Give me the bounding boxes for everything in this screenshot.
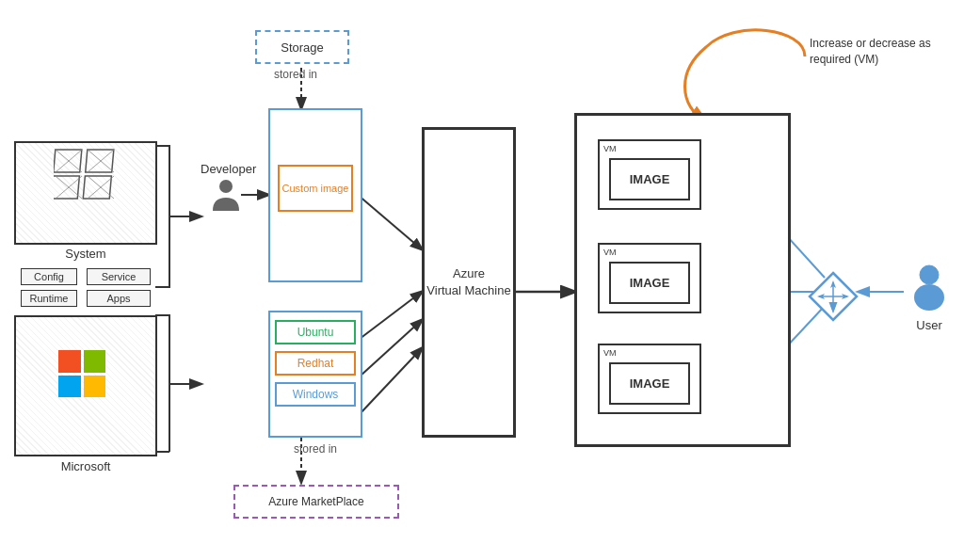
vm-image-2: VM IMAGE [598, 243, 701, 313]
service-box: Service [87, 268, 151, 285]
vm-image-3: VM IMAGE [598, 344, 701, 414]
user-icon [906, 262, 953, 317]
vm-1-label: VM [603, 144, 617, 153]
user-label: User [906, 318, 953, 332]
system-label: System [14, 247, 157, 261]
image-2-label: IMAGE [630, 276, 670, 290]
redhat-label: Redhat [297, 357, 334, 370]
storage-box: Storage [255, 30, 349, 64]
increase-note: Increase or decrease as required (VM) [810, 36, 932, 68]
apps-box: Apps [87, 290, 151, 307]
svg-line-5 [360, 292, 422, 339]
vm-image-1: VM IMAGE [598, 139, 701, 210]
microsoft-box [14, 315, 157, 456]
windows-box: Windows [275, 382, 356, 407]
diamond-svg [808, 271, 859, 322]
svg-rect-17 [83, 176, 111, 199]
azure-vm-label: AzureVirtual Machine [426, 265, 510, 299]
user-svg [906, 262, 953, 313]
svg-line-6 [360, 320, 422, 376]
person-svg [209, 177, 243, 211]
azure-marketplace-label: Azure MarketPlace [268, 495, 363, 508]
image-1-label: IMAGE [630, 172, 670, 186]
svg-line-3 [358, 195, 422, 249]
svg-point-35 [914, 284, 944, 311]
microsoft-label: Microsoft [14, 459, 157, 473]
windows-label: Windows [293, 388, 339, 401]
vm-3-label: VM [603, 348, 617, 358]
load-balancer-icon [808, 271, 859, 322]
stored-in-1-label: stored in [274, 68, 317, 81]
storage-label: Storage [281, 40, 324, 55]
ubuntu-label: Ubuntu [297, 326, 334, 339]
developer-icon [207, 177, 245, 217]
svg-point-26 [219, 180, 233, 193]
ms-logo-icon [58, 350, 105, 397]
vm-2-label: VM [603, 248, 617, 257]
svg-rect-16 [54, 176, 79, 199]
custom-image-box: Custom image [278, 165, 353, 212]
stored-in-2-label: stored in [268, 442, 362, 456]
redhat-box: Redhat [275, 351, 356, 376]
azure-vm-box: AzureVirtual Machine [422, 127, 516, 438]
azure-marketplace-box: Azure MarketPlace [233, 485, 399, 519]
developer-label: Developer [201, 162, 256, 176]
system-box [14, 141, 157, 245]
image-3-label: IMAGE [630, 376, 670, 391]
config-box: Config [21, 268, 77, 285]
windows-logo-icon [54, 148, 120, 204]
custom-image-label: Custom image [282, 183, 349, 194]
svg-line-7 [360, 348, 422, 414]
runtime-box: Runtime [21, 290, 77, 307]
ubuntu-box: Ubuntu [275, 320, 356, 344]
main-diagram: Storage stored in System Config Service [0, 0, 964, 560]
